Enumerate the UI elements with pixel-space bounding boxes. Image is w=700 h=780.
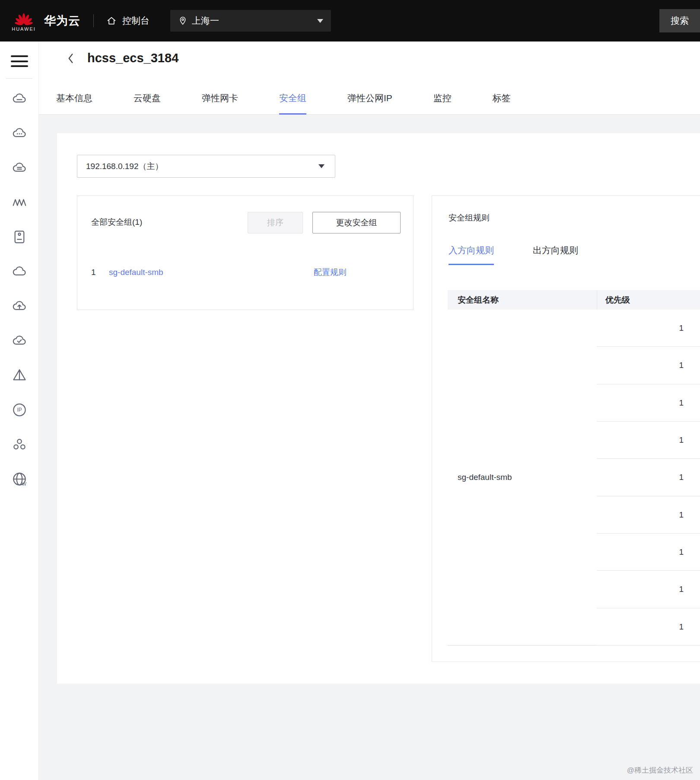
rule-priority-cell: 1 [597, 310, 700, 347]
group-rows: 1sg-default-smb配置规则 [91, 263, 404, 281]
page-header: hcss_ecs_3184 基本信息云硬盘弹性网卡安全组弹性公网IP监控标签 [39, 42, 700, 115]
region-selector[interactable]: 上海一 [170, 10, 331, 32]
svg-text:W: W [22, 481, 26, 486]
rules-tab-出方向规则[interactable]: 出方向规则 [533, 244, 578, 265]
rules-panel-title: 安全组规则 [449, 212, 490, 224]
watermark: @稀土掘金技术社区 [627, 765, 693, 775]
cluster-icon[interactable] [11, 436, 28, 453]
security-group-rules-panel: 安全组规则 入方向规则出方向规则 安全组名称 优先级 sg-default-sm… [432, 195, 700, 662]
cloud-server-icon[interactable] [11, 90, 28, 107]
auto-scaling-icon[interactable] [11, 194, 28, 211]
rule-priority-cell: 1 [597, 496, 700, 534]
rule-priority-cell: 1 [597, 459, 700, 496]
nic-dropdown-value: 192.168.0.192（主） [86, 161, 163, 172]
rule-priority-cell: 1 [597, 422, 700, 459]
rule-priority-cell: 1 [597, 384, 700, 422]
tab-bar: 基本信息云硬盘弹性网卡安全组弹性公网IP监控标签 [56, 92, 552, 115]
tab-弹性公网IP[interactable]: 弹性公网IP [347, 92, 392, 115]
cloud-upload-icon[interactable] [11, 298, 28, 314]
rules-table-header: 安全组名称 优先级 [448, 290, 700, 310]
server-box-icon[interactable] [11, 229, 28, 245]
group-index: 1 [91, 268, 109, 277]
console-label: 控制台 [122, 15, 150, 27]
content-card: 192.168.0.192（主） 全部安全组(1) 排序 更改安全组 1sg-d… [57, 133, 700, 684]
tab-安全组[interactable]: 安全组 [279, 92, 306, 115]
sort-button[interactable]: 排序 [248, 212, 303, 233]
security-groups-panel: 全部安全组(1) 排序 更改安全组 1sg-default-smb配置规则 [77, 195, 414, 310]
huawei-flower-icon [13, 10, 35, 26]
cloud-list-icon[interactable] [11, 160, 28, 176]
hamburger-menu-icon[interactable] [11, 55, 28, 67]
nic-dropdown[interactable]: 192.168.0.192（主） [77, 155, 335, 178]
chevron-left-icon [66, 52, 75, 64]
tab-标签[interactable]: 标签 [493, 92, 511, 115]
column-header-group-name: 安全组名称 [448, 294, 597, 306]
rules-tab-bar: 入方向规则出方向规则 [449, 244, 617, 265]
cloud-dots-icon[interactable] [11, 125, 28, 141]
rules-table-body: sg-default-smb 111111111 [448, 310, 700, 646]
sidebar-divider [6, 78, 32, 79]
brand-name: 华为云 [44, 13, 80, 29]
home-icon [106, 15, 117, 26]
logo-wordmark: HUAWEI [12, 26, 36, 32]
tab-云硬盘[interactable]: 云硬盘 [134, 92, 161, 115]
rules-tab-入方向规则[interactable]: 入方向规则 [449, 244, 494, 265]
rule-priority-cell: 1 [597, 571, 700, 608]
configure-rules-link[interactable]: 配置规则 [314, 267, 347, 278]
rule-group-name-cell: sg-default-smb [448, 310, 597, 646]
rule-priority-cell: 1 [597, 608, 700, 646]
chevron-down-icon [318, 164, 325, 168]
rule-priority-cell: 1 [597, 347, 700, 384]
priority-rows: 111111111 [597, 310, 700, 646]
change-security-group-button[interactable]: 更改安全组 [312, 212, 401, 233]
cloud-check-icon[interactable] [11, 332, 28, 349]
search-button[interactable]: 搜索 [659, 9, 700, 32]
globe-icon[interactable]: W [11, 471, 28, 487]
region-value: 上海一 [192, 15, 219, 27]
prism-icon[interactable] [11, 367, 28, 384]
security-group-row: 1sg-default-smb配置规则 [91, 263, 404, 281]
svg-text:IP: IP [17, 407, 22, 413]
huawei-logo[interactable]: HUAWEI [9, 10, 39, 32]
header-divider [93, 14, 94, 27]
rules-table: 安全组名称 优先级 sg-default-smb 111111111 [448, 290, 700, 646]
top-bar: HUAWEI 华为云 控制台 上海一 搜索 [0, 0, 700, 42]
cloud-icon[interactable] [11, 263, 28, 280]
location-pin-icon [178, 16, 188, 26]
console-home-button[interactable]: 控制台 [106, 15, 150, 27]
rule-priority-cell: 1 [597, 534, 700, 571]
sidebar: IPW [0, 42, 39, 780]
ip-icon[interactable]: IP [11, 402, 28, 418]
tab-弹性网卡[interactable]: 弹性网卡 [202, 92, 238, 115]
tab-基本信息[interactable]: 基本信息 [56, 92, 92, 115]
sidebar-icons: IPW [0, 90, 38, 487]
group-name-link[interactable]: sg-default-smb [109, 268, 163, 277]
column-header-priority: 优先级 [597, 290, 700, 310]
tab-监控[interactable]: 监控 [433, 92, 452, 115]
page-title: hcss_ecs_3184 [87, 51, 178, 65]
chevron-down-icon [317, 19, 323, 23]
back-button[interactable] [66, 52, 75, 64]
groups-panel-title: 全部安全组(1) [91, 217, 142, 228]
